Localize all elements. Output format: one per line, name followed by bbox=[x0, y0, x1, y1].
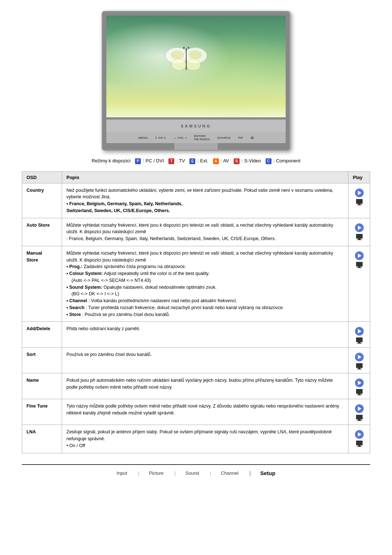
svg-rect-9 bbox=[357, 204, 362, 205]
tv-control-enter: ENTER/FM RADIO bbox=[194, 134, 210, 141]
popis-manualstore: Můžete vyhledat rozsahy frekvencí, které… bbox=[62, 246, 348, 322]
svg-rect-12 bbox=[357, 239, 362, 240]
tv-base-neck bbox=[174, 143, 218, 150]
popis-finetune: Tyto názvy můžete podle potřeby ovšem mě… bbox=[62, 399, 348, 425]
mode-icon-c: C bbox=[266, 158, 271, 164]
play-button-country[interactable] bbox=[355, 189, 364, 197]
footer-nav-setup[interactable]: Setup bbox=[249, 470, 286, 476]
footer-nav-picture[interactable]: Picture bbox=[138, 470, 174, 476]
table-row: Fine Tune Tyto názvy můžete podle potřeb… bbox=[22, 399, 370, 425]
header-play: Play bbox=[348, 171, 370, 183]
main-table: OSD Popis Play Country Než použijete fun… bbox=[22, 171, 370, 453]
svg-rect-19 bbox=[356, 363, 363, 368]
tv-icon-lna bbox=[356, 440, 363, 447]
play-button-autostore[interactable] bbox=[355, 223, 364, 232]
play-country bbox=[348, 183, 370, 218]
tv-base bbox=[106, 143, 286, 150]
svg-rect-7 bbox=[356, 199, 363, 204]
tv-screen bbox=[106, 16, 286, 117]
popis-adddelete: Přidá nebo odstraní kanály z paměti. bbox=[62, 322, 348, 348]
svg-rect-16 bbox=[356, 337, 363, 342]
mode-icon-p: P bbox=[135, 158, 141, 164]
svg-point-3 bbox=[186, 59, 201, 70]
tv-control-source: SOURCE bbox=[217, 136, 230, 139]
popis-autostore: Můžete vyhledat rozsahy frekvencí, které… bbox=[62, 218, 348, 246]
header-popis: Popis bbox=[62, 171, 348, 183]
tv-container: SAMSUNG MENU ∨ CH ∧ — VOL + ENTER/FM RAD… bbox=[102, 11, 290, 151]
tv-icon-name bbox=[356, 389, 363, 395]
table-row: LNA Zesiluje signál, pokud je anténní př… bbox=[22, 425, 370, 453]
mode-icon-t: T bbox=[168, 158, 174, 164]
svg-rect-13 bbox=[356, 262, 363, 267]
table-row: Name Pokud jsou při automatickém nebo ru… bbox=[22, 373, 370, 399]
osd-lna: LNA bbox=[22, 425, 62, 453]
osd-name: Name bbox=[22, 373, 62, 399]
play-manualstore bbox=[348, 246, 370, 322]
footer-nav-channel[interactable]: Channel bbox=[210, 470, 249, 476]
table-row: Sort Používá se pro záměnu čísel dvou ka… bbox=[22, 348, 370, 373]
svg-rect-10 bbox=[356, 234, 363, 239]
tv-icon-autostore bbox=[356, 234, 363, 240]
table-row: Country Než použijete funkci automatické… bbox=[22, 183, 370, 218]
table-row: ManualStore Můžete vyhledat rozsahy frek… bbox=[22, 246, 370, 322]
table-row: Add/Delete Přidá nebo odstraní kanály z … bbox=[22, 322, 370, 348]
tv-section: SAMSUNG MENU ∨ CH ∧ — VOL + ENTER/FM RAD… bbox=[22, 11, 370, 151]
tv-control-vol: — VOL + bbox=[173, 136, 187, 139]
tv-control-menu: MENU bbox=[138, 136, 148, 139]
butterfly-icon bbox=[164, 45, 208, 74]
svg-rect-18 bbox=[357, 343, 362, 344]
tv-icon-adddelete bbox=[356, 337, 363, 344]
svg-point-2 bbox=[172, 59, 186, 70]
modes-label: Režimy k dispozici bbox=[91, 158, 130, 163]
tv-icon-finetune bbox=[356, 414, 363, 421]
popis-country: Než použijete funkci automatického uklád… bbox=[62, 183, 348, 218]
page-wrapper: SAMSUNG MENU ∨ CH ∧ — VOL + ENTER/FM RAD… bbox=[0, 0, 392, 494]
osd-finetune: Fine Tune bbox=[22, 399, 62, 425]
svg-point-5 bbox=[189, 50, 202, 59]
play-adddelete bbox=[348, 322, 370, 348]
footer-nav-sound[interactable]: Sound bbox=[175, 470, 210, 476]
tv-icon-sort bbox=[356, 363, 363, 369]
table-row: Auto Store Můžete vyhledat rozsahy frekv… bbox=[22, 218, 370, 246]
svg-rect-28 bbox=[356, 441, 363, 445]
play-finetune bbox=[348, 399, 370, 425]
svg-rect-22 bbox=[356, 389, 363, 394]
svg-rect-30 bbox=[357, 446, 362, 447]
osd-adddelete: Add/Delete bbox=[22, 322, 62, 348]
tv-bezel: SAMSUNG bbox=[106, 119, 286, 132]
osd-sort: Sort bbox=[22, 348, 62, 373]
svg-point-4 bbox=[171, 50, 184, 59]
footer-nav-input[interactable]: Input bbox=[106, 470, 138, 476]
play-button-sort[interactable] bbox=[355, 353, 364, 361]
modes-line: Režimy k dispozici P : PC / DVI T : TV E… bbox=[22, 158, 370, 164]
tv-control-power: ⏻ bbox=[250, 136, 254, 139]
tv-control-pip: PIP bbox=[238, 136, 243, 139]
osd-manualstore: ManualStore bbox=[22, 246, 62, 322]
svg-rect-24 bbox=[357, 394, 362, 395]
svg-rect-27 bbox=[357, 420, 362, 421]
play-lna bbox=[348, 425, 370, 453]
tv-controls: MENU ∨ CH ∧ — VOL + ENTER/FM RADIO SOURC… bbox=[106, 132, 286, 143]
popis-lna: Zesiluje signál, pokud je anténní příjem… bbox=[62, 425, 348, 453]
mode-icon-s: S bbox=[234, 158, 240, 164]
play-button-name[interactable] bbox=[355, 378, 364, 387]
svg-rect-25 bbox=[356, 415, 363, 420]
svg-rect-21 bbox=[357, 369, 362, 369]
header-osd: OSD bbox=[22, 171, 62, 183]
play-sort bbox=[348, 348, 370, 373]
osd-autostore: Auto Store bbox=[22, 218, 62, 246]
footer-nav: Input Picture Sound Channel Setup bbox=[22, 464, 370, 480]
popis-name: Pokud jsou při automatickém nebo ručním … bbox=[62, 373, 348, 399]
tv-icon-manualstore bbox=[356, 262, 363, 268]
svg-rect-15 bbox=[357, 267, 362, 268]
popis-sort: Používá se pro záměnu čísel dvou kanálů. bbox=[62, 348, 348, 373]
play-button-lna[interactable] bbox=[355, 430, 364, 439]
osd-country: Country bbox=[22, 183, 62, 218]
play-button-adddelete[interactable] bbox=[355, 327, 364, 336]
play-autostore bbox=[348, 218, 370, 246]
tv-icon-country bbox=[356, 199, 363, 205]
tv-control-ch: ∨ CH ∧ bbox=[155, 136, 166, 139]
play-button-finetune[interactable] bbox=[355, 404, 364, 413]
play-button-manualstore[interactable] bbox=[355, 251, 364, 260]
mode-icon-e: E bbox=[189, 158, 195, 164]
